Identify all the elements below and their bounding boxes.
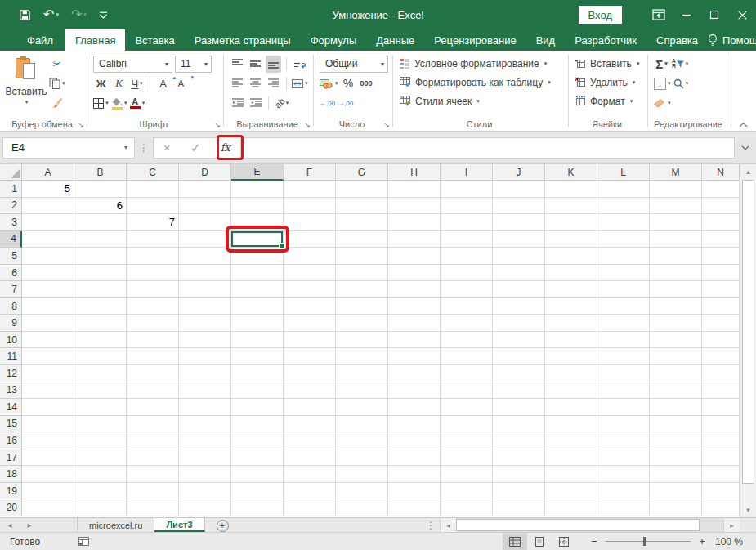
cell-C12[interactable] (127, 365, 179, 382)
tab-0[interactable]: Главная (65, 29, 125, 51)
cell-G19[interactable] (336, 483, 388, 500)
cell-M18[interactable] (650, 466, 702, 483)
row-header-19[interactable]: 19 (0, 483, 22, 500)
cell-H13[interactable] (388, 382, 441, 400)
sort-filter-button[interactable]: АЯ ▾ (672, 56, 688, 73)
fill-color-button[interactable]: ▾ (111, 95, 127, 112)
cell-D10[interactable] (179, 332, 231, 349)
cell-K5[interactable] (545, 248, 597, 265)
cell-F19[interactable] (284, 483, 336, 500)
cell-G11[interactable] (336, 348, 388, 365)
row-header-5[interactable]: 5 (0, 248, 22, 265)
wrap-text-button[interactable] (292, 56, 307, 73)
cell-M7[interactable] (650, 281, 702, 298)
cell-L16[interactable] (597, 432, 650, 449)
cell-B4[interactable] (74, 231, 127, 248)
row-header-17[interactable]: 17 (0, 449, 22, 467)
cell-F15[interactable] (284, 416, 336, 433)
cell-H16[interactable] (388, 432, 441, 449)
cell-F5[interactable] (284, 248, 336, 265)
cell-I16[interactable] (441, 432, 493, 449)
cell-C10[interactable] (127, 332, 179, 349)
zoom-slider[interactable] (606, 541, 691, 542)
horizontal-scrollbar-thumb[interactable] (456, 519, 700, 531)
cell-N17[interactable] (702, 449, 740, 467)
cell-F20[interactable] (284, 499, 336, 516)
cell-L19[interactable] (597, 483, 650, 500)
cell-A5[interactable] (22, 248, 74, 265)
cell-M8[interactable] (650, 298, 702, 315)
accounting-format-button[interactable]: ▾ (320, 75, 338, 92)
cell-D2[interactable] (179, 198, 231, 215)
cell-G20[interactable] (336, 499, 388, 516)
cell-G14[interactable] (336, 399, 388, 416)
cell-H8[interactable] (388, 298, 441, 315)
column-header-M[interactable]: M (650, 164, 702, 181)
cell-D12[interactable] (179, 365, 231, 382)
cell-G18[interactable] (336, 466, 388, 483)
align-bottom-button[interactable] (266, 56, 281, 73)
font-dialog-launcher[interactable]: ↘ (214, 122, 221, 129)
cell-B5[interactable] (74, 248, 127, 265)
cell-I18[interactable] (441, 466, 493, 483)
cell-E20[interactable] (231, 499, 284, 516)
row-header-4[interactable]: 4 (0, 231, 22, 248)
cell-N1[interactable] (702, 181, 740, 198)
cell-G6[interactable] (336, 265, 388, 282)
cell-F10[interactable] (284, 332, 336, 349)
signin-button[interactable]: Вход (579, 6, 622, 24)
cell-E8[interactable] (231, 298, 284, 315)
cell-I9[interactable] (441, 315, 493, 332)
comma-style-button[interactable]: 000 (359, 75, 374, 92)
cell-H2[interactable] (388, 198, 441, 215)
cell-N6[interactable] (702, 265, 740, 282)
cell-N13[interactable] (702, 382, 740, 400)
column-header-F[interactable]: F (284, 164, 336, 181)
cell-B18[interactable] (74, 466, 127, 483)
cell-E14[interactable] (231, 399, 284, 416)
name-box[interactable]: E4 ▾ (2, 137, 135, 159)
cell-G15[interactable] (336, 416, 388, 433)
cell-B16[interactable] (74, 432, 127, 449)
row-header-8[interactable]: 8 (0, 298, 22, 315)
column-header-K[interactable]: K (545, 164, 597, 181)
cell-K18[interactable] (545, 466, 597, 483)
cell-L2[interactable] (597, 198, 650, 215)
customize-qat-button[interactable] (96, 5, 110, 25)
cell-I15[interactable] (441, 416, 493, 433)
tab-3[interactable]: Формулы (301, 29, 367, 51)
formula-input[interactable] (244, 137, 735, 159)
cell-B20[interactable] (74, 499, 127, 516)
cell-K15[interactable] (545, 416, 597, 433)
cell-H11[interactable] (388, 348, 441, 365)
column-header-L[interactable]: L (597, 164, 650, 181)
cell-J17[interactable] (493, 449, 545, 467)
cell-L3[interactable] (597, 214, 650, 231)
cell-F9[interactable] (284, 315, 336, 332)
collapse-ribbon-button[interactable] (739, 122, 748, 127)
conditional-formatting-button[interactable]: Условное форматирование ▾ (396, 54, 567, 73)
cell-G9[interactable] (336, 315, 388, 332)
italic-button[interactable]: К (111, 75, 127, 92)
cell-K19[interactable] (545, 483, 597, 500)
row-header-12[interactable]: 12 (0, 365, 22, 382)
cell-C9[interactable] (127, 315, 179, 332)
column-header-C[interactable]: C (127, 164, 179, 181)
cell-D11[interactable] (179, 348, 231, 365)
column-header-B[interactable]: B (74, 164, 127, 181)
tab-2[interactable]: Разметка страницы (185, 29, 301, 51)
cell-J3[interactable] (493, 214, 545, 231)
cell-J5[interactable] (493, 248, 545, 265)
cell-B8[interactable] (74, 298, 127, 315)
cell-E4[interactable] (231, 231, 284, 248)
underline-button[interactable]: Ч▾ (129, 75, 145, 92)
tab-6[interactable]: Вид (526, 29, 566, 51)
cell-M20[interactable] (650, 499, 702, 516)
cell-I7[interactable] (441, 281, 493, 298)
cell-K1[interactable] (545, 181, 597, 198)
borders-button[interactable]: ▾ (93, 95, 109, 112)
row-header-7[interactable]: 7 (0, 281, 22, 298)
cell-C20[interactable] (127, 499, 179, 516)
cell-E7[interactable] (231, 281, 284, 298)
cell-L17[interactable] (597, 449, 650, 467)
